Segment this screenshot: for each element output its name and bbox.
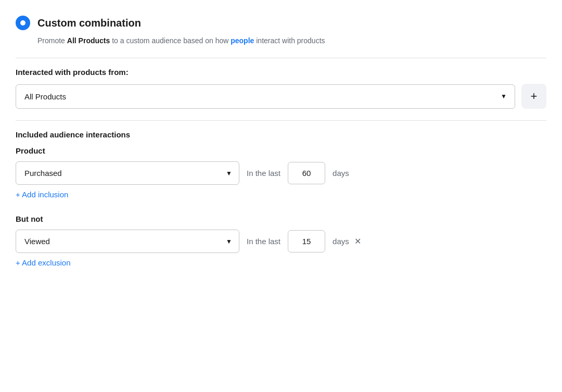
- inclusion-days-label: days: [333, 169, 349, 178]
- add-inclusion-link[interactable]: + Add inclusion: [16, 190, 68, 199]
- main-container: Custom combination Promote All Products …: [16, 10, 546, 275]
- subtitle-bold: All Products: [67, 36, 110, 45]
- but-not-label: But not: [16, 214, 546, 223]
- remove-exclusion-icon[interactable]: ✕: [354, 236, 361, 246]
- exclusion-select[interactable]: Viewed Purchased Added to Cart: [16, 230, 239, 253]
- products-select[interactable]: All Products: [16, 84, 515, 109]
- exclusion-days-label: days: [333, 237, 349, 246]
- subtitle-start: Promote: [37, 36, 67, 45]
- products-section-label: Interacted with products from:: [16, 68, 546, 77]
- subtitle: Promote All Products to a custom audienc…: [37, 35, 546, 46]
- subtitle-mid: to a custom audience based on how: [110, 36, 231, 45]
- subtitle-end: interact with products: [254, 36, 325, 45]
- inclusion-in-the-last-label: In the last: [247, 169, 280, 178]
- divider-1: [16, 58, 546, 58]
- exclusion-in-the-last-label: In the last: [247, 237, 280, 246]
- radio-button[interactable]: [16, 16, 30, 30]
- divider-2: [16, 120, 546, 121]
- inclusion-select[interactable]: Purchased Viewed Added to Cart: [16, 161, 239, 185]
- inclusion-row: Purchased Viewed Added to Cart ▼ In the …: [16, 161, 546, 185]
- products-select-wrapper: All Products ▼: [16, 84, 515, 109]
- exclusion-row: Viewed Purchased Added to Cart ▼ In the …: [16, 230, 546, 253]
- inclusion-select-wrapper: Purchased Viewed Added to Cart ▼: [16, 161, 239, 185]
- but-not-section: But not Viewed Purchased Added to Cart ▼…: [16, 214, 546, 270]
- add-exclusion-link[interactable]: + Add exclusion: [16, 258, 71, 267]
- exclusion-days-input[interactable]: [288, 230, 325, 252]
- exclusion-select-wrapper: Viewed Purchased Added to Cart ▼: [16, 230, 239, 253]
- included-section-label: Included audience interactions: [16, 130, 546, 139]
- product-sub-label: Product: [16, 146, 546, 155]
- header-row: Custom combination: [16, 16, 546, 30]
- inclusion-days-input[interactable]: [288, 162, 325, 184]
- products-row: All Products ▼ +: [16, 84, 546, 109]
- add-products-button[interactable]: +: [521, 84, 546, 109]
- people-link[interactable]: people: [231, 36, 254, 45]
- page-title: Custom combination: [37, 17, 141, 29]
